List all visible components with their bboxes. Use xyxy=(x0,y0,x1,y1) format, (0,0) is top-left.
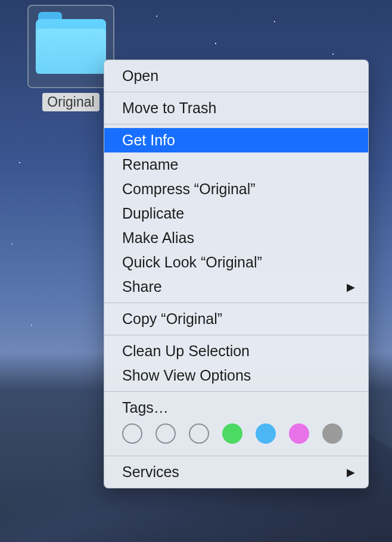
menu-item-label: Open xyxy=(122,67,158,85)
desktop-folder-original[interactable]: Original xyxy=(27,5,114,111)
menu-item-label: Rename xyxy=(122,156,179,173)
menu-item-services[interactable]: Services ▶ xyxy=(104,460,368,484)
menu-item-move-to-trash[interactable]: Move to Trash xyxy=(104,96,368,120)
menu-item-share[interactable]: Share ▶ xyxy=(104,275,368,299)
menu-item-clean-up-selection[interactable]: Clean Up Selection xyxy=(104,339,368,363)
tag-color-none-3[interactable] xyxy=(189,423,209,444)
menu-item-open[interactable]: Open xyxy=(104,64,368,88)
menu-item-make-alias[interactable]: Make Alias xyxy=(104,226,368,250)
menu-separator xyxy=(104,303,368,303)
menu-item-label: Get Info xyxy=(122,132,175,149)
tags-color-row xyxy=(104,420,368,452)
menu-item-label: Make Alias xyxy=(122,229,194,247)
menu-item-tags[interactable]: Tags… xyxy=(104,395,368,420)
menu-item-label: Quick Look “Original” xyxy=(122,254,262,271)
submenu-arrow-icon: ▶ xyxy=(347,281,355,294)
menu-item-rename[interactable]: Rename xyxy=(104,152,368,177)
context-menu: Open Move to Trash Get Info Rename Compr… xyxy=(104,60,369,488)
menu-item-label: Share xyxy=(122,278,162,295)
menu-separator xyxy=(104,456,368,456)
tag-color-green[interactable] xyxy=(222,423,242,444)
menu-separator xyxy=(104,391,368,392)
menu-item-label: Show View Options xyxy=(122,367,251,384)
menu-item-duplicate[interactable]: Duplicate xyxy=(104,201,368,226)
folder-label[interactable]: Original xyxy=(42,93,99,111)
folder-selection-highlight xyxy=(27,5,114,88)
menu-item-label: Duplicate xyxy=(122,205,184,222)
menu-item-get-info[interactable]: Get Info xyxy=(104,128,368,152)
folder-icon xyxy=(36,19,106,74)
menu-item-label: Compress “Original” xyxy=(122,180,256,198)
menu-item-label: Copy “Original” xyxy=(122,310,222,328)
menu-item-label: Tags… xyxy=(122,399,169,416)
menu-separator xyxy=(104,124,368,124)
menu-item-label: Clean Up Selection xyxy=(122,342,250,360)
menu-item-label: Move to Trash xyxy=(122,99,216,117)
menu-item-quick-look[interactable]: Quick Look “Original” xyxy=(104,250,368,275)
tag-color-gray[interactable] xyxy=(322,423,343,444)
tag-color-none-1[interactable] xyxy=(122,423,142,444)
menu-item-copy[interactable]: Copy “Original” xyxy=(104,307,368,331)
submenu-arrow-icon: ▶ xyxy=(347,466,355,479)
tag-color-pink[interactable] xyxy=(289,423,309,444)
menu-item-compress[interactable]: Compress “Original” xyxy=(104,177,368,201)
tag-color-none-2[interactable] xyxy=(155,423,176,444)
menu-separator xyxy=(104,92,368,92)
menu-item-label: Services xyxy=(122,463,179,481)
menu-separator xyxy=(104,335,368,335)
tag-color-blue[interactable] xyxy=(256,423,276,444)
menu-item-show-view-options[interactable]: Show View Options xyxy=(104,363,368,388)
